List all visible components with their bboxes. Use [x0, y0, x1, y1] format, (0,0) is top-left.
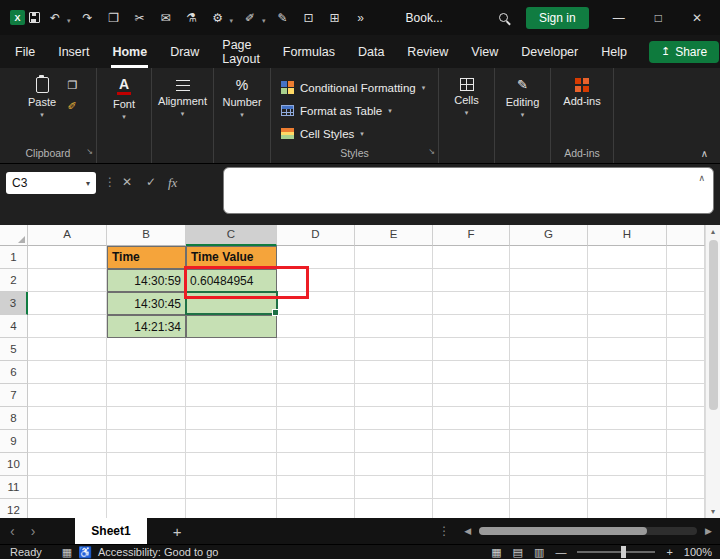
font-group-button[interactable]: A Font ▾	[101, 73, 148, 145]
save-icon[interactable]	[29, 12, 40, 23]
row-header-11[interactable]: 11	[0, 476, 28, 499]
accessibility-status[interactable]: Accessibility: Good to go	[98, 546, 218, 558]
cell-D6[interactable]	[277, 361, 355, 384]
mail-icon[interactable]: ✉	[155, 8, 177, 28]
chevron-down-icon[interactable]: ▾	[86, 179, 90, 188]
row-header-9[interactable]: 9	[0, 430, 28, 453]
cell-D3[interactable]	[277, 292, 355, 315]
row-header-1[interactable]: 1	[0, 246, 28, 269]
cell-H2[interactable]	[588, 269, 667, 292]
scroll-up-icon[interactable]: ▴	[711, 225, 715, 238]
cell-filler11[interactable]	[667, 476, 705, 499]
excel-logo[interactable]	[10, 10, 25, 25]
cell-B9[interactable]	[107, 430, 186, 453]
row-header-6[interactable]: 6	[0, 361, 28, 384]
cell-G9[interactable]	[510, 430, 588, 453]
cell-B5[interactable]	[107, 338, 186, 361]
cell-filler8[interactable]	[667, 407, 705, 430]
sheet-tab-sheet1[interactable]: Sheet1	[75, 518, 146, 544]
horizontal-scrollbar[interactable]	[479, 527, 697, 535]
cell-A3[interactable]	[28, 292, 107, 315]
cell-E12[interactable]	[355, 499, 433, 518]
horizontal-scrollbar-thumb[interactable]	[479, 527, 647, 535]
cell-C8[interactable]	[186, 407, 277, 430]
pen-icon[interactable]: ✎	[272, 8, 294, 28]
row-header-10[interactable]: 10	[0, 453, 28, 476]
cell-C4[interactable]	[186, 315, 277, 338]
cell-filler9[interactable]	[667, 430, 705, 453]
select-all-corner[interactable]	[0, 225, 28, 246]
cell-F11[interactable]	[433, 476, 510, 499]
cell-H1[interactable]	[588, 246, 667, 269]
cell-D12[interactable]	[277, 499, 355, 518]
cell-E8[interactable]	[355, 407, 433, 430]
cell-E2[interactable]	[355, 269, 433, 292]
cell-D4[interactable]	[277, 315, 355, 338]
zoom-slider[interactable]	[577, 551, 655, 553]
alignment-group-button[interactable]: Alignment ▾	[159, 73, 206, 145]
cell-D2[interactable]	[277, 269, 355, 292]
cell-H3[interactable]	[588, 292, 667, 315]
cell-E9[interactable]	[355, 430, 433, 453]
cell-F12[interactable]	[433, 499, 510, 518]
enter-icon[interactable]: ✓	[146, 175, 156, 189]
cell-filler5[interactable]	[667, 338, 705, 361]
add-sheet-button[interactable]: +	[173, 523, 182, 540]
cell-F1[interactable]	[433, 246, 510, 269]
cell-filler12[interactable]	[667, 499, 705, 518]
clipboard-dialog-launcher-icon[interactable]: ↘	[86, 144, 93, 160]
menu-tab-insert[interactable]: Insert	[57, 43, 90, 61]
format-painter-icon[interactable]: ✐	[239, 8, 261, 28]
cell-G1[interactable]	[510, 246, 588, 269]
cell-A11[interactable]	[28, 476, 107, 499]
cell-A5[interactable]	[28, 338, 107, 361]
cell-filler6[interactable]	[667, 361, 705, 384]
cell-E6[interactable]	[355, 361, 433, 384]
cell-C9[interactable]	[186, 430, 277, 453]
page-layout-view-button[interactable]: ▤	[513, 546, 523, 559]
cell-A10[interactable]	[28, 453, 107, 476]
cell-filler2[interactable]	[667, 269, 705, 292]
cells-group-button[interactable]: Cells ▾	[443, 73, 490, 145]
format-painter-icon[interactable]: ✐	[68, 100, 78, 113]
cell-F6[interactable]	[433, 361, 510, 384]
cell-F9[interactable]	[433, 430, 510, 453]
beaker-icon[interactable]: ⚗	[181, 8, 203, 28]
cell-A1[interactable]	[28, 246, 107, 269]
share-button[interactable]: ↥ Share	[649, 41, 719, 63]
cell-H9[interactable]	[588, 430, 667, 453]
vertical-scrollbar-thumb[interactable]	[709, 240, 718, 410]
scroll-right-icon[interactable]: ▶	[705, 526, 712, 536]
addins-button[interactable]: Add-ins	[559, 73, 606, 145]
cell-filler7[interactable]	[667, 384, 705, 407]
page-break-view-button[interactable]: ▥	[534, 546, 544, 559]
menu-tab-view[interactable]: View	[470, 43, 499, 61]
gear-icon[interactable]: ⚙	[207, 8, 229, 28]
row-header-5[interactable]: 5	[0, 338, 28, 361]
vertical-scrollbar[interactable]: ▴ ▾	[705, 225, 720, 518]
cell-E11[interactable]	[355, 476, 433, 499]
cell-E5[interactable]	[355, 338, 433, 361]
search-icon[interactable]	[499, 13, 508, 22]
cell-H6[interactable]	[588, 361, 667, 384]
cell-A7[interactable]	[28, 384, 107, 407]
copy-icon[interactable]: ❐	[68, 79, 78, 92]
cell-filler10[interactable]	[667, 453, 705, 476]
cell-H4[interactable]	[588, 315, 667, 338]
cell-G10[interactable]	[510, 453, 588, 476]
cell-B2[interactable]: 14:30:59	[107, 269, 186, 292]
cell-B3[interactable]: 14:30:45	[107, 292, 186, 315]
cell-B8[interactable]	[107, 407, 186, 430]
cell-E4[interactable]	[355, 315, 433, 338]
cell-H7[interactable]	[588, 384, 667, 407]
cell-H10[interactable]	[588, 453, 667, 476]
overflow-icon[interactable]: »	[350, 8, 372, 28]
format-as-table-button[interactable]: Format as Table▾	[277, 99, 438, 122]
cell-G2[interactable]	[510, 269, 588, 292]
cell-F7[interactable]	[433, 384, 510, 407]
cell-C6[interactable]	[186, 361, 277, 384]
cell-C11[interactable]	[186, 476, 277, 499]
cut-icon[interactable]: ✂	[129, 8, 151, 28]
cell-F4[interactable]	[433, 315, 510, 338]
column-header-D[interactable]: D	[277, 225, 355, 246]
